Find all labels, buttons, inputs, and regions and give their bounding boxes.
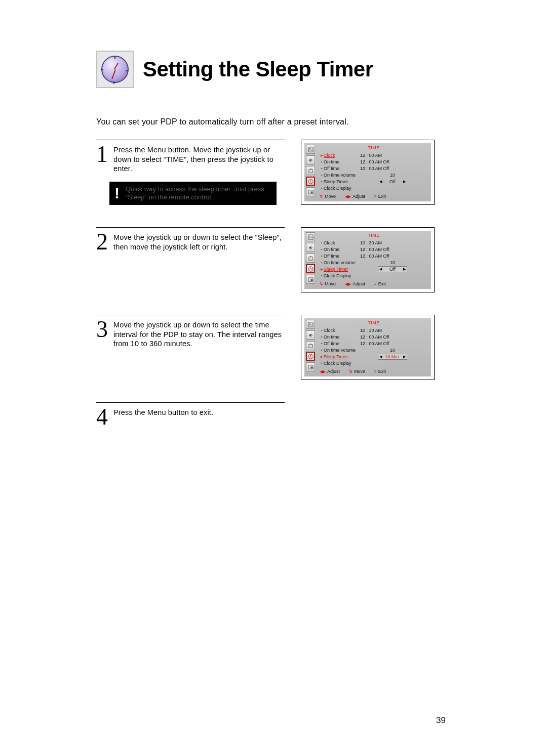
osd-row-on-time: On time12 : 00 AM Off [320, 246, 428, 253]
page-number: 39 [436, 716, 446, 726]
osd-row-on-time: On time12 : 00 AM Off [320, 158, 428, 165]
step-number: 3 [96, 319, 109, 339]
osd-row-on-time-volume: On time volume10 [320, 259, 428, 266]
step-number: 2 [96, 232, 109, 251]
osd-tab-pic-icon [306, 232, 315, 241]
osd-row-off-time: Off time12 : 00 AM Off [320, 165, 428, 172]
osd-row-clock: Clock12 : 00 AM [320, 152, 428, 158]
osd-tab-column [306, 232, 315, 287]
osd-row-clock-display: Clock Display [320, 360, 428, 366]
step-text: Press the Menu button. Move the joystick… [113, 144, 285, 174]
step-number: 1 [96, 144, 109, 164]
osd-panel: TIMEClock12 : 00 AMOn time12 : 00 AM Off… [304, 143, 431, 201]
step-2: 2 Move the joystick up or down to select… [96, 227, 461, 292]
osd-tab-chan-icon [306, 254, 315, 263]
tip-callout: ! Quick way to access the sleep timer: J… [109, 182, 277, 205]
osd-tab-pic-icon [306, 320, 315, 329]
title-row: Setting the Sleep Timer [96, 51, 461, 88]
step-left: 1 Press the Menu button. Move the joysti… [96, 140, 285, 205]
osd-footer: ⇅Move◀▶Adjust≡Exit [317, 280, 431, 288]
osd-tab-time-icon [306, 352, 315, 361]
step-left: 4 Press the Menu button to exit. [96, 402, 285, 427]
osd-screenshot-3: TIMEClock10 : 30 AMOn time12 : 00 AM Off… [301, 315, 435, 380]
svg-rect-17 [310, 366, 312, 368]
osd-row-clock-display: Clock Display [320, 185, 428, 191]
osd-tab-func-icon [306, 275, 315, 284]
osd-foot-move: ⇅Move [320, 194, 336, 199]
osd-row-clock-display: Clock Display [320, 272, 428, 279]
intro-text: You can set your PDP to automatically tu… [96, 117, 461, 127]
osd-foot-move: ⇅Move [349, 369, 365, 374]
step-1: 1 Press the Menu button. Move the joysti… [96, 140, 461, 205]
osd-panel: TIMEClock10 : 30 AMOn time12 : 00 AM Off… [304, 231, 431, 289]
osd-foot-adjust: ◀▶Adjust [320, 369, 340, 374]
osd-row-off-time: Off time12 : 00 AM Off [320, 253, 428, 259]
step-left: 2 Move the joystick up or down to select… [96, 227, 285, 251]
osd-foot-adjust: ◀▶Adjust [345, 194, 365, 199]
osd-screenshot-2: TIMEClock10 : 30 AMOn time12 : 00 AM Off… [301, 227, 435, 292]
osd-tab-chan-icon [306, 341, 315, 350]
step-left: 3 Move the joystick up or down to select… [96, 315, 285, 349]
svg-rect-5 [310, 191, 312, 193]
osd-foot-exit: ≡Exit [374, 281, 386, 286]
osd-row-on-time-volume: On time volume10 [320, 347, 428, 353]
svg-rect-8 [308, 257, 312, 260]
osd-tab-sound-icon [306, 330, 315, 340]
osd-footer: ◀▶Adjust⇅Move≡Exit [317, 367, 431, 376]
osd-title: TIME [320, 320, 428, 325]
osd-tab-column [306, 145, 315, 200]
manual-page: Setting the Sleep Timer You can set your… [96, 51, 461, 449]
clock-icon [96, 51, 134, 88]
osd-row-clock: Clock10 : 30 AM [320, 327, 428, 333]
osd-panel: TIMEClock10 : 30 AMOn time12 : 00 AM Off… [304, 318, 431, 376]
svg-rect-2 [308, 169, 312, 172]
osd-row-off-time: Off time12 : 00 AM Off [320, 340, 428, 347]
osd-foot-adjust: ◀▶Adjust [345, 281, 365, 286]
step-4: 4 Press the Menu button to exit. [96, 402, 461, 427]
osd-foot-exit: ≡Exit [374, 194, 386, 199]
osd-screenshot-1: TIMEClock12 : 00 AMOn time12 : 00 AM Off… [301, 140, 435, 205]
osd-row-clock: Clock10 : 30 AM [320, 239, 428, 246]
tip-text: Quick way to access the sleep timer: Jus… [124, 183, 276, 204]
osd-tab-sound-icon [306, 243, 315, 252]
osd-tab-chan-icon [306, 166, 315, 175]
osd-tab-sound-icon [306, 155, 315, 164]
osd-row-sleep-timer: Sleep Timer◀Off▶ [320, 178, 428, 185]
osd-row-on-time: On time12 : 00 AM Off [320, 333, 428, 340]
step-3: 3 Move the joystick up or down to select… [96, 315, 461, 380]
osd-tab-func-icon [306, 187, 315, 196]
osd-foot-exit: ≡Exit [374, 369, 386, 374]
osd-row-sleep-timer: Sleep Timer◀10 Min.▶ [320, 353, 428, 360]
step-text: Press the Menu button to exit. [113, 407, 213, 417]
exclamation-icon: ! [110, 183, 124, 204]
osd-title: TIME [320, 233, 428, 238]
osd-foot-move: ⇅Move [320, 281, 336, 286]
step-number: 4 [96, 407, 109, 427]
osd-tab-func-icon [306, 362, 315, 371]
osd-row-sleep-timer: Sleep Timer◀Off▶ [320, 266, 428, 272]
osd-tab-time-icon [306, 264, 315, 273]
osd-title: TIME [320, 145, 428, 150]
osd-tab-pic-icon [306, 145, 315, 154]
step-text: Move the joystick up or down to select t… [113, 319, 285, 349]
osd-tab-time-icon [306, 177, 315, 186]
step-text: Move the joystick up or down to select t… [113, 232, 285, 251]
svg-rect-11 [310, 279, 312, 281]
osd-footer: ⇅Move◀▶Adjust≡Exit [317, 192, 431, 201]
page-title: Setting the Sleep Timer [143, 57, 373, 81]
osd-tab-column [306, 320, 315, 375]
osd-row-on-time-volume: On time volume10 [320, 172, 428, 178]
svg-rect-14 [308, 344, 312, 347]
